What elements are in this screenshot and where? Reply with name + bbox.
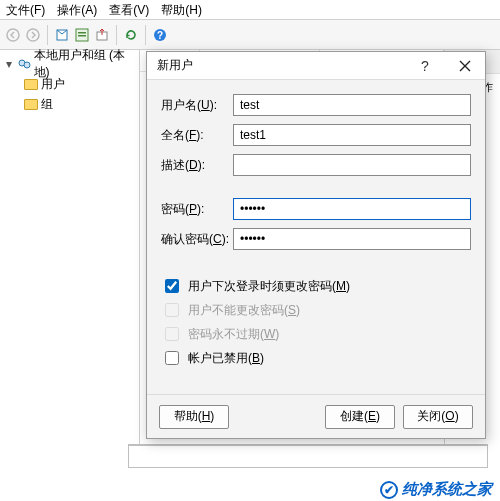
close-icon xyxy=(459,60,471,72)
back-icon[interactable] xyxy=(4,26,22,44)
tree-item-groups[interactable]: 组 xyxy=(0,94,139,114)
confirm-password-field[interactable] xyxy=(233,228,471,250)
svg-rect-5 xyxy=(78,35,86,37)
tree-pane: ▾ 本地用户和组 (本地) 用户 组 xyxy=(0,50,140,455)
dialog-title: 新用户 xyxy=(157,57,193,74)
watermark: ✔ 纯净系统之家 xyxy=(380,480,492,499)
tree-groups-label: 组 xyxy=(41,96,53,113)
svg-point-1 xyxy=(27,29,39,41)
watermark-icon: ✔ xyxy=(380,481,398,499)
label-confirm-password: 确认密码(C): xyxy=(161,231,233,248)
folder-icon xyxy=(24,99,38,110)
check-never-expire: 密码永不过期(W) xyxy=(161,324,471,344)
create-button[interactable]: 创建(E) xyxy=(325,405,395,429)
check-cannot-change: 用户不能更改密码(S) xyxy=(161,300,471,320)
properties-icon[interactable] xyxy=(73,26,91,44)
help-icon[interactable]: ? xyxy=(151,26,169,44)
dialog-footer: 帮助(H) 创建(E) 关闭(O) xyxy=(147,394,485,438)
dialog-close-button[interactable] xyxy=(445,52,485,80)
new-user-dialog: 新用户 ? 用户名(U): 全名(F): 描述(D): 密码(P): 确认密码(… xyxy=(146,51,486,439)
tree-root[interactable]: ▾ 本地用户和组 (本地) xyxy=(0,54,139,74)
users-groups-icon xyxy=(17,57,31,71)
toolbar: ? xyxy=(0,20,500,50)
watermark-text: 纯净系统之家 xyxy=(402,480,492,499)
password-field[interactable] xyxy=(233,198,471,220)
folder-icon xyxy=(24,79,38,90)
label-fullname: 全名(F): xyxy=(161,127,233,144)
tree-users-label: 用户 xyxy=(41,76,65,93)
username-field[interactable] xyxy=(233,94,471,116)
dialog-titlebar: 新用户 ? xyxy=(147,52,485,80)
svg-text:?: ? xyxy=(157,30,163,41)
label-password: 密码(P): xyxy=(161,201,233,218)
checkbox-never-expire xyxy=(165,327,179,341)
check-cannot-change-label: 用户不能更改密码(S) xyxy=(188,302,300,319)
label-username: 用户名(U): xyxy=(161,97,233,114)
refresh-icon[interactable] xyxy=(122,26,140,44)
checkbox-account-disabled[interactable] xyxy=(165,351,179,365)
menu-action[interactable]: 操作(A) xyxy=(57,2,97,19)
dialog-body: 用户名(U): 全名(F): 描述(D): 密码(P): 确认密码(C): 用户… xyxy=(147,80,485,368)
svg-rect-4 xyxy=(78,32,86,34)
fullname-field[interactable] xyxy=(233,124,471,146)
export-icon[interactable] xyxy=(93,26,111,44)
menu-help[interactable]: 帮助(H) xyxy=(161,2,202,19)
check-must-change-label: 用户下次登录时须更改密码(M) xyxy=(188,278,350,295)
dialog-help-button[interactable]: ? xyxy=(405,52,445,80)
label-description: 描述(D): xyxy=(161,157,233,174)
forward-icon[interactable] xyxy=(24,26,42,44)
checkbox-cannot-change xyxy=(165,303,179,317)
svg-point-10 xyxy=(24,62,30,68)
svg-point-0 xyxy=(7,29,19,41)
close-button[interactable]: 关闭(O) xyxy=(403,405,473,429)
menu-file[interactable]: 文件(F) xyxy=(6,2,45,19)
checkbox-must-change[interactable] xyxy=(165,279,179,293)
description-field[interactable] xyxy=(233,154,471,176)
background-window-frame xyxy=(128,444,488,468)
check-account-disabled-label: 帐户已禁用(B) xyxy=(188,350,264,367)
check-must-change[interactable]: 用户下次登录时须更改密码(M) xyxy=(161,276,471,296)
help-button[interactable]: 帮助(H) xyxy=(159,405,229,429)
menu-view[interactable]: 查看(V) xyxy=(109,2,149,19)
menu-bar: 文件(F) 操作(A) 查看(V) 帮助(H) xyxy=(0,0,500,20)
collapse-icon[interactable]: ▾ xyxy=(4,57,14,71)
check-never-expire-label: 密码永不过期(W) xyxy=(188,326,279,343)
check-account-disabled[interactable]: 帐户已禁用(B) xyxy=(161,348,471,368)
new-icon[interactable] xyxy=(53,26,71,44)
